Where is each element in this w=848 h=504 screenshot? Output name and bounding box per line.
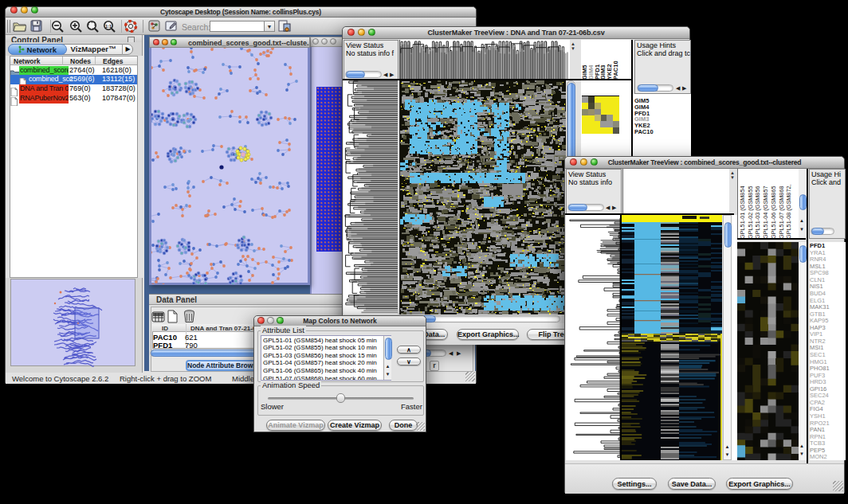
svg-text:1:1: 1:1 [105, 24, 112, 29]
